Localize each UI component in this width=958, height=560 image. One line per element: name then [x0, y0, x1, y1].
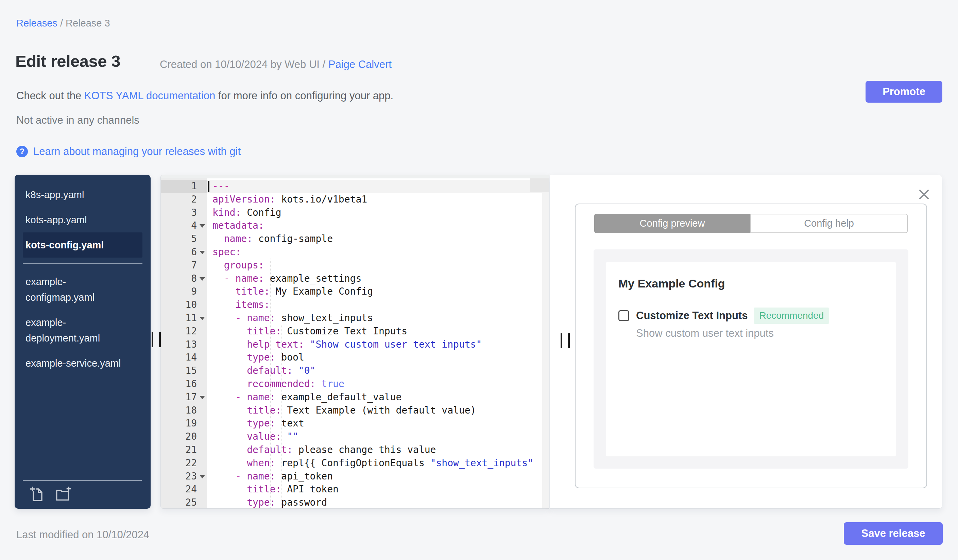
gutter-line-number[interactable]: 18 — [161, 404, 207, 417]
config-help-text: Show custom user text inputs — [636, 327, 774, 340]
fold-arrow-icon[interactable] — [200, 224, 205, 228]
tab-config-preview[interactable]: Config preview — [594, 214, 750, 233]
file-item-example-deployment.yaml[interactable]: example-deployment.yaml — [23, 310, 143, 351]
git-releases-link[interactable]: Learn about managing your releases with … — [33, 146, 241, 158]
gutter-line-number[interactable]: 9 — [161, 285, 207, 298]
page-title: Edit release 3 — [15, 52, 121, 71]
file-item-example-configmap.yaml[interactable]: example-configmap.yaml — [23, 269, 143, 310]
config-item-row: Customize Text Inputs Recommended — [619, 307, 829, 324]
gutter-line-number[interactable]: 4 — [161, 219, 207, 233]
last-modified-text: Last modified on 10/10/2024 — [16, 529, 149, 541]
gutter-line-number[interactable]: 19 — [161, 417, 207, 430]
file-sidebar: k8s-app.yamlkots-app.yamlkots-config.yam… — [14, 175, 151, 509]
gutter-line-number[interactable]: 15 — [161, 364, 207, 378]
code-line: - name: show_text_inputs — [207, 312, 549, 325]
question-icon: ? — [16, 146, 28, 157]
code-line: title: Text Example (with default value) — [207, 404, 549, 417]
file-item-k8s-app.yaml[interactable]: k8s-app.yaml — [23, 182, 143, 207]
gutter-line-number[interactable]: 5 — [161, 233, 207, 246]
gutter-line-number[interactable]: 11 — [161, 312, 207, 325]
code-line: - name: example_settings — [207, 272, 549, 285]
file-item-kots-app.yaml[interactable]: kots-app.yaml — [23, 207, 143, 233]
docs-prefix: Check out the — [16, 90, 84, 101]
gutter-line-number[interactable]: 8 — [161, 272, 207, 285]
gutter-line-number[interactable]: 22 — [161, 457, 207, 470]
file-list: k8s-app.yamlkots-app.yamlkots-config.yam… — [14, 182, 151, 376]
gutter-line-number[interactable]: 2 — [161, 193, 207, 206]
breadcrumb-releases-link[interactable]: Releases — [16, 18, 57, 28]
promote-button[interactable]: Promote — [866, 81, 942, 103]
preview-card: Config preview Config help My Example Co… — [575, 204, 927, 488]
gutter-line-number[interactable]: 21 — [161, 443, 207, 457]
code-line: default: "0" — [207, 364, 549, 378]
git-help-line: ? Learn about managing your releases wit… — [16, 146, 241, 158]
gutter-line-number[interactable]: 24 — [161, 483, 207, 496]
editor-scrollbar-thumb[interactable] — [530, 179, 549, 192]
fold-arrow-icon[interactable] — [200, 317, 205, 320]
gutter-line-number[interactable]: 1 — [161, 180, 207, 193]
code-line: type: text — [207, 417, 549, 430]
sidebar-footer — [23, 480, 142, 503]
code-line: kind: Config — [207, 206, 549, 220]
fold-arrow-icon[interactable] — [200, 277, 205, 281]
code-line: type: bool — [207, 351, 549, 364]
code-line: default: please change this value — [207, 443, 549, 457]
code-line: apiVersion: kots.io/v1beta1 — [207, 193, 549, 206]
gutter-line-number[interactable]: 6 — [161, 246, 207, 259]
sidebar-resize-handle[interactable] — [151, 332, 167, 347]
gutter-line-number[interactable]: 20 — [161, 430, 207, 443]
tab-config-help[interactable]: Config help — [750, 214, 908, 233]
code-line: --- — [207, 180, 549, 193]
file-list-divider — [23, 263, 143, 264]
editor-top-strip — [161, 175, 549, 179]
code-line: when: repl{{ ConfigOptionEquals "show_te… — [207, 457, 549, 470]
new-folder-icon[interactable] — [56, 486, 72, 503]
breadcrumb: Releases / Release 3 — [16, 18, 110, 29]
gutter-line-number[interactable]: 12 — [161, 325, 207, 338]
file-item-kots-config.yaml[interactable]: kots-config.yaml — [23, 233, 143, 258]
code-line: title: Customize Text Inputs — [207, 325, 549, 338]
text-cursor — [208, 181, 209, 192]
preview-resize-handle[interactable] — [560, 333, 576, 348]
indent-guide — [270, 259, 271, 509]
yaml-editor[interactable]: 1234567891011121314151617181920212223242… — [160, 175, 549, 509]
config-item-label: Customize Text Inputs — [636, 310, 747, 322]
breadcrumb-current: Release 3 — [66, 18, 110, 28]
save-release-button[interactable]: Save release — [844, 522, 943, 545]
recommended-badge: Recommended — [754, 307, 829, 324]
gutter-line-number[interactable]: 10 — [161, 298, 207, 312]
code-line: title: My Example Config — [207, 285, 549, 298]
new-file-icon[interactable] — [29, 486, 46, 503]
gutter-line-number[interactable]: 23 — [161, 470, 207, 483]
config-checkbox[interactable] — [619, 310, 629, 321]
preview-body: My Example Config Customize Text Inputs … — [593, 250, 908, 468]
config-form: My Example Config Customize Text Inputs … — [606, 262, 896, 456]
fold-arrow-icon[interactable] — [200, 475, 205, 478]
gutter-line-number[interactable]: 17 — [161, 391, 207, 404]
fold-arrow-icon[interactable] — [200, 396, 205, 399]
release-editor-page: Releases / Release 3 Edit release 3 Crea… — [0, 0, 958, 560]
gutter-line-number[interactable]: 13 — [161, 338, 207, 351]
file-item-example-service.yaml[interactable]: example-service.yaml — [23, 351, 143, 376]
code-line: - name: example_default_value — [207, 391, 549, 404]
code-line: name: config-sample — [207, 233, 549, 246]
code-line: spec: — [207, 246, 549, 259]
preview-tabbar: Config preview Config help — [594, 214, 908, 233]
gutter-line-number[interactable]: 3 — [161, 206, 207, 220]
created-text: Created on 10/10/2024 by Web UI / — [160, 59, 328, 70]
close-icon[interactable] — [918, 188, 931, 201]
docs-line: Check out the KOTS YAML documentation fo… — [16, 90, 393, 102]
fold-arrow-icon[interactable] — [200, 251, 205, 254]
author-link[interactable]: Paige Calvert — [328, 59, 392, 70]
created-info: Created on 10/10/2024 by Web UI / Paige … — [160, 59, 392, 71]
editor-scrollbar-track[interactable] — [542, 179, 549, 508]
docs-suffix: for more info on configuring your app. — [215, 90, 393, 101]
gutter-line-number[interactable]: 14 — [161, 351, 207, 364]
kots-docs-link[interactable]: KOTS YAML documentation — [84, 90, 215, 101]
code-line: title: API token — [207, 483, 549, 496]
gutter-line-number[interactable]: 7 — [161, 259, 207, 272]
code-line: items: — [207, 298, 549, 312]
editor-gutter: 1234567891011121314151617181920212223242… — [161, 175, 207, 508]
gutter-line-number[interactable]: 25 — [161, 496, 207, 509]
gutter-line-number[interactable]: 16 — [161, 378, 207, 391]
